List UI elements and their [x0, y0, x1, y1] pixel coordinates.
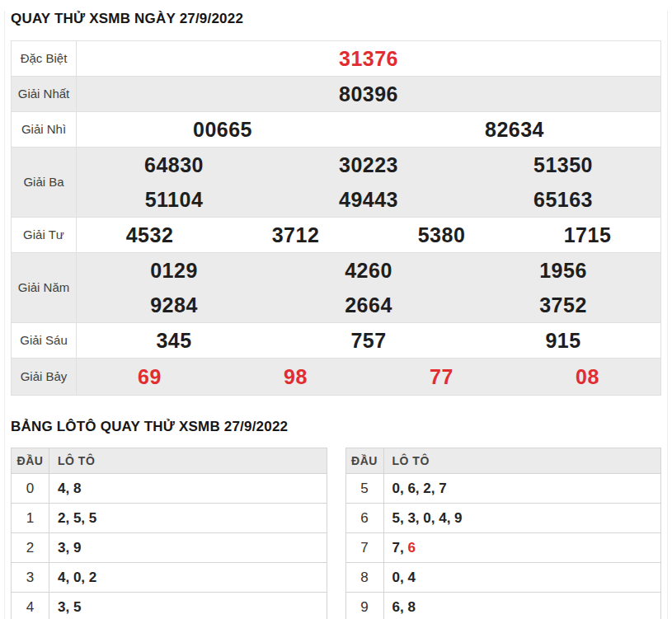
loto-row: 4 3, 5 — [12, 593, 327, 619]
prize-number: 345 — [77, 329, 271, 353]
loto-values: 4, 0, 2 — [49, 563, 327, 593]
prize-number: 9284 — [77, 293, 271, 317]
prize-number: 51350 — [466, 153, 660, 177]
prize-number: 2664 — [271, 293, 466, 317]
prize-row-giai-ba: Giải Ba 64830 30223 51350 51104 49443 65… — [12, 147, 660, 217]
prize-values: 00665 82634 — [77, 112, 660, 147]
prize-label: Giải Bảy — [12, 359, 77, 395]
prize-number: 49443 — [271, 188, 466, 212]
loto-table-left: ĐẦU LÔ TÔ 0 4, 8 1 2, 5, 5 2 3, 9 — [11, 448, 327, 619]
loto-head-digit: 5 — [345, 474, 383, 504]
loto-col-header-dau: ĐẦU — [12, 448, 49, 474]
prize-number: 08 — [515, 365, 660, 389]
prize-row-giai-nhat: Giải Nhất 80396 — [12, 76, 660, 111]
prize-number: 98 — [223, 365, 369, 389]
prize-number: 30223 — [271, 153, 466, 177]
prize-row-giai-nam: Giải Năm 0129 4260 1956 9284 2664 3752 — [12, 252, 660, 322]
loto-table-right: ĐẦU LÔ TÔ 5 0, 6, 2, 7 6 5, 3, 0, 4, 9 7… — [345, 448, 662, 619]
loto-head-digit: 1 — [12, 504, 49, 533]
prize-results-table: Đặc Biệt 31376 Giải Nhất 80396 Giải Nhì … — [11, 40, 661, 396]
prize-label: Giải Năm — [12, 253, 77, 322]
prize-label: Giải Tư — [12, 218, 77, 252]
prize-number: 1715 — [515, 223, 660, 247]
loto-row: 0 4, 8 — [12, 474, 327, 504]
loto-values: 0, 4 — [383, 563, 661, 593]
loto-head-digit: 6 — [345, 504, 383, 533]
loto-row: 7 7, 6 — [345, 533, 661, 563]
loto-row: 8 0, 4 — [345, 563, 661, 593]
prize-row-giai-sau: Giải Sáu 345 757 915 — [12, 322, 660, 358]
loto-head-digit: 8 — [345, 563, 383, 593]
loto-values: 4, 8 — [49, 474, 327, 504]
prize-row-giai-nhi: Giải Nhì 00665 82634 — [12, 111, 660, 147]
page-title: QUAY THỬ XSMB NGÀY 27/9/2022 — [11, 11, 661, 27]
prize-label: Giải Ba — [12, 148, 77, 217]
loto-row: 5 0, 6, 2, 7 — [345, 474, 661, 504]
prize-number: 4260 — [271, 259, 466, 283]
prize-label: Giải Sáu — [12, 323, 77, 358]
prize-values: 80396 — [77, 77, 660, 111]
prize-number: 5380 — [369, 223, 515, 247]
prize-row-dac-biet: Đặc Biệt 31376 — [12, 41, 660, 76]
prize-label: Giải Nhì — [12, 112, 77, 147]
prize-number: 915 — [466, 329, 660, 353]
loto-row: 9 6, 8 — [345, 593, 661, 619]
prize-number: 80396 — [77, 82, 660, 106]
loto-value-highlight: 6 — [407, 540, 415, 556]
prize-row-giai-tu: Giải Tư 4532 3712 5380 1715 — [12, 217, 660, 252]
prize-label: Giải Nhất — [12, 77, 77, 111]
prize-number: 757 — [271, 329, 466, 353]
loto-values: 7, 6 — [383, 533, 661, 563]
loto-head-digit: 0 — [12, 474, 49, 504]
prize-number: 51104 — [77, 188, 271, 212]
loto-header-row: ĐẦU LÔ TÔ — [12, 448, 327, 474]
loto-value-plain: 7, — [392, 540, 408, 556]
prize-number: 0129 — [77, 259, 271, 283]
prize-values: 0129 4260 1956 9284 2664 3752 — [77, 253, 660, 322]
prize-number: 65163 — [466, 188, 660, 212]
loto-head-digit: 4 — [12, 593, 49, 619]
prize-values: 31376 — [77, 41, 660, 76]
prize-number: 31376 — [77, 47, 660, 71]
loto-row: 3 4, 0, 2 — [12, 563, 327, 593]
prize-row-giai-bay: Giải Bảy 69 98 77 08 — [12, 358, 660, 395]
prize-number: 64830 — [77, 153, 271, 177]
prize-number: 3752 — [466, 293, 660, 317]
loto-col-header-dau: ĐẦU — [345, 448, 383, 474]
loto-values: 3, 5 — [49, 593, 327, 619]
loto-section-title: BẢNG LÔTÔ QUAY THỬ XSMB 27/9/2022 — [11, 419, 661, 435]
loto-head-digit: 9 — [345, 593, 383, 619]
loto-values: 5, 3, 0, 4, 9 — [383, 504, 661, 533]
prize-number: 3712 — [223, 223, 369, 247]
loto-row: 1 2, 5, 5 — [12, 504, 327, 533]
loto-header-row: ĐẦU LÔ TÔ — [345, 448, 661, 474]
prize-values: 69 98 77 08 — [77, 359, 660, 395]
loto-row: 2 3, 9 — [12, 533, 327, 563]
loto-head-digit: 3 — [12, 563, 49, 593]
prize-values: 4532 3712 5380 1715 — [77, 218, 660, 252]
prize-values: 64830 30223 51350 51104 49443 65163 — [77, 148, 660, 217]
loto-head-digit: 7 — [345, 533, 383, 563]
loto-values: 0, 6, 2, 7 — [383, 474, 661, 504]
prize-values: 345 757 915 — [77, 323, 660, 358]
loto-col-header-loto: LÔ TÔ — [383, 448, 661, 474]
loto-tables: ĐẦU LÔ TÔ 0 4, 8 1 2, 5, 5 2 3, 9 — [11, 448, 661, 619]
loto-row: 6 5, 3, 0, 4, 9 — [345, 504, 661, 533]
loto-col-header-loto: LÔ TÔ — [49, 448, 327, 474]
loto-values: 6, 8 — [383, 593, 661, 619]
loto-head-digit: 2 — [12, 533, 49, 563]
prize-number: 77 — [369, 365, 515, 389]
prize-number: 69 — [77, 365, 223, 389]
prize-number: 1956 — [466, 259, 660, 283]
prize-label: Đặc Biệt — [12, 41, 77, 76]
prize-number: 00665 — [77, 118, 369, 142]
prize-number: 82634 — [369, 118, 660, 142]
page: QUAY THỬ XSMB NGÀY 27/9/2022 Đặc Biệt 31… — [4, 11, 668, 619]
loto-values: 2, 5, 5 — [49, 504, 327, 533]
prize-number: 4532 — [77, 223, 223, 247]
loto-values: 3, 9 — [49, 533, 327, 563]
